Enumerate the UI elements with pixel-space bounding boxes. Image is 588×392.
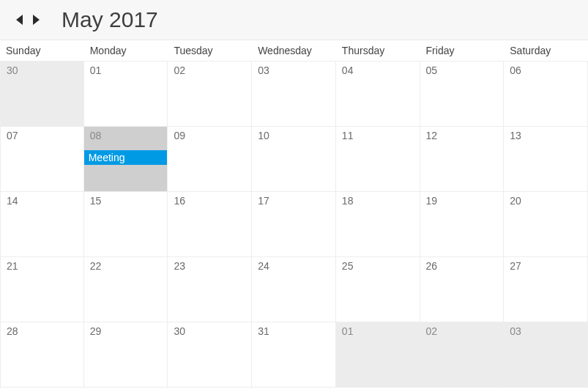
day-number: 12 [426, 130, 438, 141]
day-number: 24 [258, 260, 269, 272]
day-number: 22 [90, 260, 102, 272]
day-number: 02 [426, 325, 438, 337]
day-cell[interactable]: 16 [168, 192, 252, 257]
day-cell[interactable]: 30 [0, 62, 84, 127]
day-cell[interactable]: 08Meeting [84, 127, 168, 192]
day-cell[interactable]: 07 [0, 127, 84, 192]
month-title: May 2017 [62, 7, 158, 32]
day-header: Saturday [504, 40, 588, 61]
day-number: 13 [510, 130, 521, 141]
day-number: 29 [90, 325, 102, 337]
day-header: Friday [420, 40, 505, 61]
day-number: 21 [7, 260, 18, 272]
day-cell[interactable]: 22 [84, 257, 168, 322]
day-number: 01 [342, 325, 354, 337]
day-cell[interactable]: 03 [252, 62, 336, 127]
day-number: 16 [174, 195, 185, 207]
day-number: 09 [174, 130, 185, 141]
day-number: 17 [258, 195, 269, 207]
day-cell[interactable]: 13 [504, 127, 588, 192]
day-number: 03 [258, 64, 269, 76]
calendar-grid: 300102030405060708Meeting091011121314151… [0, 62, 588, 388]
day-cell[interactable]: 12 [420, 127, 505, 192]
day-header: Tuesday [168, 40, 252, 61]
day-number: 05 [426, 64, 438, 76]
calendar-event[interactable]: Meeting [84, 150, 168, 165]
day-number: 25 [342, 260, 354, 272]
day-cell[interactable]: 21 [0, 257, 84, 322]
day-cell[interactable]: 23 [168, 257, 252, 322]
day-number: 31 [258, 325, 269, 337]
day-header: Sunday [0, 40, 84, 61]
day-cell[interactable]: 28 [0, 322, 84, 388]
day-number: 02 [174, 64, 185, 76]
day-cell[interactable]: 19 [420, 192, 505, 257]
day-cell[interactable]: 20 [504, 192, 588, 257]
day-cell[interactable]: 06 [504, 62, 588, 127]
day-cell[interactable]: 10 [252, 127, 336, 192]
day-number: 01 [90, 64, 102, 76]
day-number: 30 [7, 64, 18, 76]
day-cell[interactable]: 26 [420, 257, 505, 322]
day-cell[interactable]: 17 [252, 192, 336, 257]
prev-month-icon[interactable] [16, 15, 23, 25]
day-number: 19 [426, 195, 438, 207]
day-header-row: Sunday Monday Tuesday Wednesday Thursday… [0, 40, 588, 62]
day-cell[interactable]: 05 [420, 62, 505, 127]
day-cell[interactable]: 02 [168, 62, 252, 127]
day-number: 10 [258, 130, 269, 141]
day-header: Monday [84, 40, 168, 61]
day-number: 14 [7, 195, 18, 207]
day-number: 04 [342, 64, 354, 76]
day-number: 11 [342, 130, 354, 141]
day-cell[interactable]: 09 [168, 127, 252, 192]
day-cell[interactable]: 30 [168, 322, 252, 388]
day-cell[interactable]: 31 [252, 322, 336, 388]
day-cell[interactable]: 14 [0, 192, 84, 257]
day-number: 30 [174, 325, 185, 337]
day-number: 07 [7, 130, 18, 141]
day-cell[interactable]: 15 [84, 192, 168, 257]
day-cell[interactable]: 01 [336, 322, 420, 388]
day-number: 03 [510, 325, 521, 337]
day-number: 27 [510, 260, 521, 272]
day-cell[interactable]: 27 [504, 257, 588, 322]
day-cell[interactable]: 11 [336, 127, 420, 192]
day-number: 26 [426, 260, 438, 272]
day-cell[interactable]: 04 [336, 62, 420, 127]
day-number: 28 [7, 325, 18, 337]
day-cell[interactable]: 25 [336, 257, 420, 322]
next-month-icon[interactable] [33, 15, 40, 25]
nav-arrows [16, 15, 40, 25]
day-number: 20 [510, 195, 521, 207]
day-number: 18 [342, 195, 354, 207]
calendar-header: May 2017 [0, 0, 588, 40]
day-header: Wednesday [252, 40, 336, 61]
day-cell[interactable]: 02 [420, 322, 505, 388]
day-header: Thursday [336, 40, 420, 61]
day-number: 08 [90, 130, 102, 141]
day-cell[interactable]: 29 [84, 322, 168, 388]
day-cell[interactable]: 01 [84, 62, 168, 127]
day-number: 23 [174, 260, 185, 272]
day-number: 06 [510, 64, 521, 76]
day-number: 15 [90, 195, 102, 207]
day-cell[interactable]: 03 [504, 322, 588, 388]
day-cell[interactable]: 18 [336, 192, 420, 257]
day-cell[interactable]: 24 [252, 257, 336, 322]
